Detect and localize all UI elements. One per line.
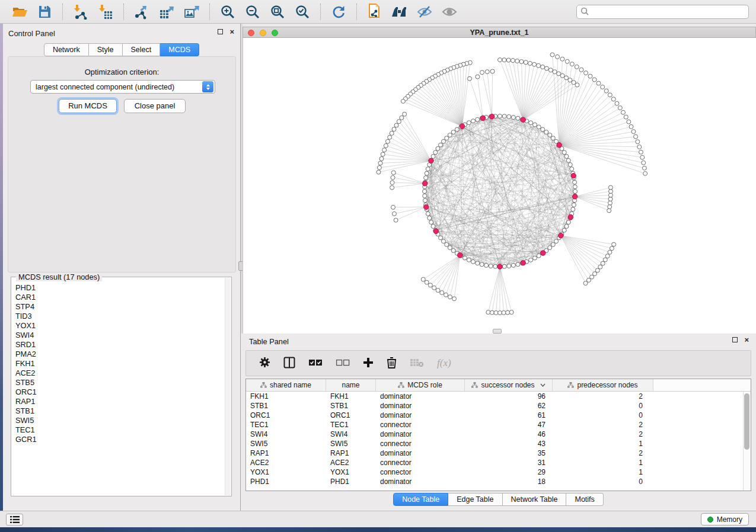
network-node[interactable]	[480, 262, 484, 267]
network-node[interactable]	[455, 127, 459, 132]
mcds-result-list[interactable]: PHD1CAR1STP4TID3YOX1SWI4SRD1PMA2FKH1ACE2…	[11, 280, 225, 495]
network-node[interactable]	[377, 170, 381, 174]
network-node[interactable]	[608, 197, 613, 201]
tab-select[interactable]: Select	[123, 43, 161, 56]
open-file-icon[interactable]	[11, 3, 28, 21]
network-node[interactable]	[637, 145, 642, 149]
network-node[interactable]	[490, 310, 494, 315]
network-node[interactable]	[436, 146, 440, 150]
table-row[interactable]: YOX1YOX1connector291	[246, 467, 751, 477]
network-node[interactable]	[421, 277, 425, 281]
network-node[interactable]	[381, 152, 385, 156]
zoom-window-icon[interactable]	[272, 30, 278, 36]
close-panel-icon[interactable]: ×	[229, 29, 234, 34]
network-node[interactable]	[476, 261, 480, 265]
network-node[interactable]	[452, 297, 457, 301]
select-all-checkboxes-icon[interactable]	[308, 358, 323, 368]
network-node[interactable]	[612, 242, 616, 246]
network-node[interactable]	[524, 60, 528, 65]
network-node[interactable]	[448, 133, 452, 137]
network-node[interactable]	[596, 81, 601, 85]
network-node[interactable]	[428, 283, 432, 287]
network-node[interactable]	[379, 156, 384, 161]
network-hub-node[interactable]	[460, 124, 464, 129]
network-node[interactable]	[401, 99, 405, 103]
network-node[interactable]	[639, 150, 643, 154]
network-node[interactable]	[621, 110, 625, 114]
mcds-result-scrollbar[interactable]	[225, 278, 231, 495]
network-node[interactable]	[423, 198, 427, 203]
network-node[interactable]	[592, 78, 596, 82]
network-node[interactable]	[643, 171, 647, 175]
network-node[interactable]	[377, 165, 381, 169]
network-node[interactable]	[519, 60, 524, 64]
network-node[interactable]	[609, 190, 613, 194]
network-node[interactable]	[384, 143, 388, 148]
network-node[interactable]	[490, 69, 495, 73]
hide-graphics-details-icon[interactable]	[416, 3, 433, 21]
network-node[interactable]	[388, 135, 392, 139]
network-node[interactable]	[426, 167, 430, 171]
network-node[interactable]	[502, 114, 506, 118]
network-node[interactable]	[397, 120, 401, 124]
network-node[interactable]	[544, 130, 548, 134]
network-node[interactable]	[494, 310, 498, 315]
tab-style[interactable]: Style	[89, 43, 123, 56]
network-hub-node[interactable]	[429, 158, 433, 163]
tab-network[interactable]: Network	[44, 43, 89, 56]
network-node[interactable]	[608, 205, 612, 209]
network-node[interactable]	[451, 248, 455, 252]
network-node[interactable]	[507, 264, 511, 268]
network-node[interactable]	[390, 185, 394, 190]
memory-button[interactable]: Memory	[701, 513, 749, 525]
network-node[interactable]	[431, 154, 435, 158]
network-node[interactable]	[604, 89, 608, 93]
network-node[interactable]	[502, 264, 506, 268]
column-header-predecessor-nodes[interactable]: predecessor nodes	[553, 379, 653, 391]
network-node[interactable]	[390, 131, 394, 135]
zoom-in-icon[interactable]	[219, 3, 237, 21]
network-node[interactable]	[608, 93, 612, 97]
network-node[interactable]	[601, 85, 605, 89]
network-graph[interactable]	[243, 38, 756, 334]
network-node[interactable]	[634, 134, 638, 139]
network-node[interactable]	[528, 61, 532, 65]
network-node[interactable]	[509, 310, 513, 315]
network-node[interactable]	[568, 78, 572, 82]
network-node[interactable]	[570, 62, 574, 66]
network-hub-node[interactable]	[568, 214, 573, 219]
export-network-icon[interactable]	[133, 3, 151, 21]
network-hub-node[interactable]	[521, 117, 525, 122]
network-node[interactable]	[439, 236, 443, 240]
network-node[interactable]	[573, 180, 577, 184]
network-node[interactable]	[603, 258, 607, 262]
table-row[interactable]: RAP1RAP1dominator352	[246, 448, 751, 458]
network-node[interactable]	[571, 207, 575, 211]
network-node[interactable]	[448, 246, 452, 250]
network-node[interactable]	[562, 150, 566, 155]
close-window-icon[interactable]	[248, 30, 254, 36]
network-node[interactable]	[506, 310, 510, 315]
network-node[interactable]	[615, 101, 619, 105]
network-node[interactable]	[441, 139, 445, 143]
mcds-result-item[interactable]: CAR1	[15, 293, 225, 302]
network-node[interactable]	[564, 76, 569, 80]
network-node[interactable]	[498, 311, 502, 315]
network-node[interactable]	[436, 289, 440, 293]
network-node[interactable]	[568, 162, 572, 166]
network-node[interactable]	[485, 70, 489, 74]
mcds-result-item[interactable]: TEC1	[15, 425, 225, 435]
network-hub-node[interactable]	[422, 181, 427, 186]
table-row[interactable]: ACE2ACE2connector311	[246, 458, 751, 467]
network-node[interactable]	[541, 65, 545, 69]
task-history-button[interactable]	[6, 514, 23, 525]
mcds-result-item[interactable]: ORC1	[15, 387, 225, 397]
zoom-out-icon[interactable]	[244, 3, 261, 21]
table-row[interactable]: STB1STB1dominator620	[246, 401, 751, 411]
tab-edge-table[interactable]: Edge Table	[448, 493, 502, 506]
mcds-result-item[interactable]: PMA2	[15, 350, 225, 359]
add-column-icon[interactable]	[363, 357, 374, 370]
share-document-icon[interactable]	[366, 3, 384, 21]
network-node[interactable]	[529, 121, 533, 125]
network-node[interactable]	[385, 139, 390, 143]
